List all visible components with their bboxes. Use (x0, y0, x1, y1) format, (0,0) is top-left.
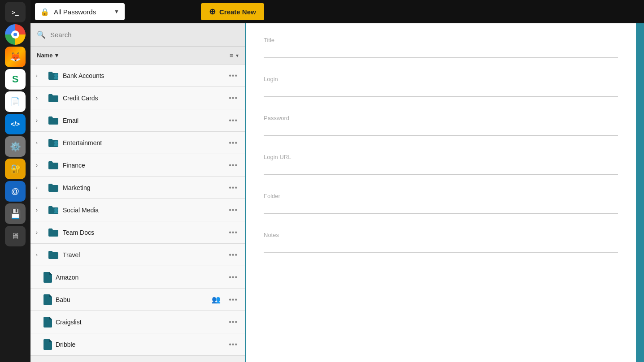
entry-name-dribble: Dribble (56, 341, 223, 348)
left-panel: 🔍 Name ▾ ≡ ▾ › (30, 23, 246, 362)
chrome-icon[interactable] (5, 24, 26, 45)
items-list: › Bank Accounts ••• › Credit Cards (30, 65, 245, 362)
folder-name-credit-cards: Credit Cards (63, 95, 223, 102)
more-options-button[interactable]: ••• (227, 70, 239, 82)
folder-item-email[interactable]: › Email ••• (30, 109, 245, 132)
notes-input[interactable] (264, 241, 618, 253)
folder-name-travel: Travel (63, 251, 223, 259)
notes-field: Notes (264, 232, 618, 253)
more-options-button[interactable]: ••• (227, 92, 239, 104)
chevron-down-icon: ▼ (114, 9, 119, 15)
shared-folder-icon (48, 138, 59, 148)
shared-users-icon: 👥 (212, 295, 221, 304)
disk2-icon[interactable]: 🖥 (5, 226, 26, 246)
entry-doc-icon (43, 317, 52, 328)
notes-label: Notes (264, 232, 618, 238)
folder-item-travel[interactable]: › Travel ••• (30, 244, 245, 266)
entry-item-craigslist[interactable]: Craigslist ••• (30, 311, 245, 333)
search-input[interactable] (50, 31, 239, 39)
svg-point-1 (54, 141, 58, 144)
title-field: Title (264, 37, 618, 58)
entry-doc-icon (43, 339, 52, 350)
app-dock: >_ 🦊 S 📄 </> ⚙️ 🔐 @ 💾 🖥 (0, 0, 30, 362)
folder-name-marketing: Marketing (63, 184, 223, 191)
view-controls: ≡ ▾ (230, 52, 239, 59)
top-bar: 🔒 All Passwords ▼ ⊕ Create New (30, 0, 644, 23)
entry-item-amazon[interactable]: Amazon ••• (30, 266, 245, 289)
expand-icon: › (36, 162, 44, 168)
folder-name-email: Email (63, 117, 223, 124)
disk-icon[interactable]: 💾 (5, 203, 26, 224)
terminal-icon[interactable]: >_ (5, 2, 26, 22)
folder-field: Folder (264, 193, 618, 214)
more-options-button[interactable]: ••• (227, 272, 239, 283)
entry-item-babu[interactable]: Babu 👥 ••• (30, 289, 245, 311)
svg-point-2 (54, 208, 58, 211)
expand-icon: › (36, 140, 44, 146)
password-label: Password (264, 115, 618, 121)
entry-name-craigslist: Craigslist (56, 319, 223, 326)
folder-input[interactable] (264, 202, 618, 214)
view-dropdown-icon[interactable]: ▾ (236, 52, 239, 59)
folder-item-finance[interactable]: › Finance ••• (30, 154, 245, 177)
main-content: 🔒 All Passwords ▼ ⊕ Create New 🔍 Name ▾ (30, 0, 644, 362)
more-options-button[interactable]: ••• (227, 227, 239, 238)
more-options-button[interactable]: ••• (227, 137, 239, 149)
svg-point-0 (54, 73, 58, 77)
folder-name-team-docs: Team Docs (63, 229, 223, 236)
keychain-icon[interactable]: 🔐 (5, 159, 26, 179)
login-url-field: Login URL (264, 154, 618, 175)
entry-name-amazon: Amazon (56, 274, 223, 281)
tools-icon[interactable]: ⚙️ (5, 136, 26, 157)
plus-circle-icon: ⊕ (209, 7, 216, 17)
sort-arrow-icon: ▾ (55, 52, 58, 59)
more-options-button[interactable]: ••• (227, 115, 239, 126)
login-url-input[interactable] (264, 163, 618, 175)
password-input[interactable] (264, 124, 618, 136)
name-sort-label: Name (37, 52, 52, 59)
name-sort-button[interactable]: Name ▾ (37, 52, 58, 59)
login-input[interactable] (264, 85, 618, 97)
expand-icon: › (36, 73, 44, 79)
more-options-button[interactable]: ••• (227, 249, 239, 261)
right-panel: Title Login Password Login URL Folder No… (246, 23, 636, 362)
shared-folder-icon (48, 71, 59, 81)
list-view-icon[interactable]: ≡ (230, 52, 233, 59)
more-options-button[interactable]: ••• (227, 339, 239, 350)
sheets-icon[interactable]: S (5, 69, 26, 90)
more-options-button[interactable]: ••• (227, 294, 239, 306)
folder-item-entertainment[interactable]: › Entertainment ••• (30, 132, 245, 154)
firefox-icon[interactable]: 🦊 (5, 47, 26, 67)
folder-name-social-media: Social Media (63, 207, 223, 214)
folder-icon (48, 93, 59, 103)
folder-name-bank-accounts: Bank Accounts (63, 72, 223, 79)
search-icon: 🔍 (37, 30, 46, 39)
more-options-button[interactable]: ••• (227, 316, 239, 328)
folder-name-finance: Finance (63, 162, 223, 169)
folder-item-social-media[interactable]: › Social Media ••• (30, 199, 245, 221)
vscode-icon[interactable]: </> (5, 114, 26, 134)
more-options-button[interactable]: ••• (227, 159, 239, 171)
title-input[interactable] (264, 46, 618, 58)
folder-item-bank-accounts[interactable]: › Bank Accounts ••• (30, 65, 245, 87)
entry-doc-icon (43, 272, 52, 283)
more-options-button[interactable]: ••• (227, 182, 239, 194)
create-new-button[interactable]: ⊕ Create New (201, 3, 264, 20)
expand-icon: › (36, 229, 44, 236)
folder-label: Folder (264, 193, 618, 199)
sort-bar: Name ▾ ≡ ▾ (30, 47, 245, 65)
email-icon[interactable]: @ (5, 181, 26, 202)
folder-icon (48, 250, 59, 260)
expand-icon: › (36, 207, 44, 213)
more-options-button[interactable]: ••• (227, 204, 239, 216)
folder-item-marketing[interactable]: › Marketing ••• (30, 177, 245, 199)
login-field: Login (264, 76, 618, 97)
create-new-label: Create New (219, 8, 256, 16)
docs-icon[interactable]: 📄 (5, 91, 26, 112)
folder-icon (48, 160, 59, 170)
folder-item-team-docs[interactable]: › Team Docs ••• (30, 221, 245, 244)
folder-item-credit-cards[interactable]: › Credit Cards ••• (30, 87, 245, 109)
entry-item-dribble[interactable]: Dribble ••• (30, 333, 245, 356)
vault-selector[interactable]: 🔒 All Passwords ▼ (35, 3, 125, 20)
login-label: Login (264, 76, 618, 82)
